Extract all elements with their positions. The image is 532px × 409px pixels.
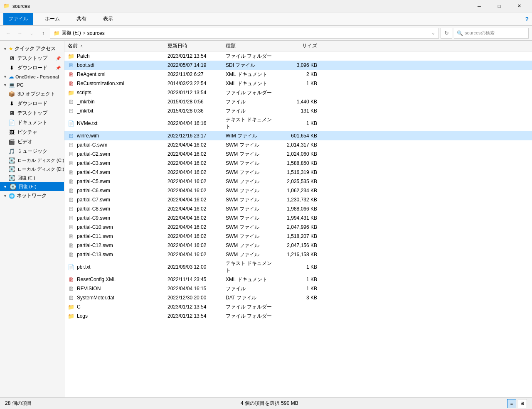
- table-row[interactable]: 🖹 partial-C13.swm 2022/04/04 16:02 SWM フ…: [64, 250, 532, 259]
- sidebar-item-documents[interactable]: 📄 ドキュメント: [0, 118, 64, 127]
- table-row[interactable]: 🖹 ReAgent.xml 2022/11/02 6:27 XML ドキュメント…: [64, 70, 532, 79]
- file-icon: 🖹: [68, 151, 74, 157]
- maximize-button[interactable]: □: [490, 0, 509, 12]
- sidebar-item-videos[interactable]: 🎬 ビデオ: [0, 137, 64, 147]
- file-type: SDI ファイル: [226, 62, 276, 69]
- file-size: 2,035,535 KB: [276, 179, 317, 184]
- file-date: 2022/04/04 16:02: [167, 142, 226, 148]
- table-row[interactable]: 📁 Patch 2023/01/12 13:54 ファイル フォルダー: [64, 51, 532, 61]
- table-row[interactable]: 🖹 partial-C8.swm 2022/04/04 16:02 SWM ファ…: [64, 204, 532, 213]
- file-size: 1 KB: [276, 120, 317, 126]
- tab-share[interactable]: 共有: [71, 13, 91, 25]
- address-box[interactable]: 📁 回復 (E:) > sources ⌄: [50, 28, 439, 39]
- quick-access-chevron: ▼: [3, 47, 7, 51]
- table-row[interactable]: 🖹 partial-C6.swm 2022/04/04 16:02 SWM ファ…: [64, 186, 532, 195]
- sidebar-group-onedrive[interactable]: ▼ ☁ OneDrive - Personal: [0, 73, 64, 81]
- sidebar-item-recovery-e[interactable]: ▼ 💽 回復 (E:): [0, 182, 64, 191]
- table-row[interactable]: 🖹 partial-C11.swm 2022/04/04 16:02 SWM フ…: [64, 232, 532, 241]
- table-row[interactable]: 🖹 partial-C5.swm 2022/04/04 16:02 SWM ファ…: [64, 177, 532, 186]
- file-type: テキスト ドキュメント: [226, 260, 276, 274]
- refresh-button[interactable]: ↻: [441, 28, 452, 39]
- view-large-button[interactable]: ⊞: [518, 399, 527, 408]
- table-row[interactable]: 📁 scripts 2023/01/12 13:54 ファイル フォルダー: [64, 88, 532, 97]
- ribbon: ファイル ホーム 共有 表示 ?: [0, 12, 532, 26]
- col-header-date[interactable]: 更新日時: [167, 42, 226, 49]
- sidebar-item-dl[interactable]: ⬇ ダウンロード: [0, 99, 64, 108]
- table-row[interactable]: 🖹 winre.wim 2022/12/16 23:17 WIM ファイル 60…: [64, 131, 532, 140]
- tab-file[interactable]: ファイル: [3, 13, 33, 25]
- table-row[interactable]: 🖹 partial-C10.swm 2022/04/04 16:02 SWM フ…: [64, 223, 532, 232]
- search-box[interactable]: 🔍 sourcesの検索: [454, 28, 529, 39]
- col-header-size[interactable]: サイズ: [276, 42, 317, 49]
- file-date: 2023/01/12 13:54: [167, 313, 226, 319]
- file-name: partial-C.swm: [77, 142, 167, 148]
- pictures-icon: 🖼: [8, 129, 15, 135]
- table-row[interactable]: 🖹 _mkrbit 2015/01/28 0:36 ファイル 131 KB: [64, 106, 532, 115]
- sidebar-item-pictures[interactable]: 🖼 ピクチャ: [0, 127, 64, 137]
- sidebar-group-pc[interactable]: ▼ 💻 PC: [0, 81, 64, 89]
- file-date: 2022/04/04 16:02: [167, 233, 226, 239]
- sidebar-item-downloads[interactable]: ⬇ ダウンロード 📌: [0, 63, 64, 73]
- file-icon: 🖹: [68, 132, 74, 139]
- table-row[interactable]: 🖹 partial-C.swm 2022/04/04 16:02 SWM ファイ…: [64, 140, 532, 149]
- sidebar-group-quick-access[interactable]: ▼ ★ クイック アクセス: [0, 44, 64, 54]
- table-row[interactable]: 🖹 SystemMeter.dat 2022/12/30 20:00 DAT フ…: [64, 293, 532, 302]
- address-dropdown[interactable]: ⌄: [431, 30, 435, 36]
- file-icon: 🖹: [68, 98, 74, 105]
- sidebar-item-local-c[interactable]: 💽 ローカル ディスク (C:): [0, 156, 64, 165]
- close-button[interactable]: ✕: [510, 0, 529, 12]
- recent-button[interactable]: ⌄: [27, 28, 37, 38]
- table-row[interactable]: 🖹 ResetConfig.XML 2022/11/14 23:45 XML ド…: [64, 275, 532, 284]
- file-size: 1,516,319 KB: [276, 169, 317, 175]
- table-row[interactable]: 🖹 boot.sdi 2022/05/07 14:19 SDI ファイル 3,0…: [64, 61, 532, 70]
- file-icon: 📁: [68, 304, 74, 310]
- table-row[interactable]: 📁 C 2023/01/12 13:54 ファイル フォルダー: [64, 302, 532, 311]
- col-header-type[interactable]: 種類: [226, 42, 276, 49]
- sidebar-item-3dobjects[interactable]: 📦 3D オブジェクト: [0, 89, 64, 99]
- table-row[interactable]: 🖹 ReCustomization.xml 2014/03/23 22:54 X…: [64, 79, 532, 88]
- tab-view[interactable]: 表示: [98, 13, 118, 25]
- breadcrumb-recovery: 回復 (E:): [62, 29, 81, 37]
- view-details-button[interactable]: ≡: [507, 399, 516, 408]
- file-icon: 🖹: [68, 169, 74, 176]
- sidebar-item-desktop2[interactable]: 🖥 デスクトップ: [0, 108, 64, 118]
- up-button[interactable]: ↑: [38, 28, 48, 38]
- table-row[interactable]: 📄 pbr.txt 2021/09/03 12:00 テキスト ドキュメント 1…: [64, 259, 532, 275]
- help-icon[interactable]: ?: [525, 16, 529, 22]
- table-row[interactable]: 🖹 partial-C4.swm 2022/04/04 16:02 SWM ファ…: [64, 168, 532, 177]
- file-date: 2022/12/16 23:17: [167, 133, 226, 139]
- sidebar-item-recovery-e-nav[interactable]: 💽 回復 (E:): [0, 174, 64, 182]
- table-row[interactable]: 🖹 partial-C9.swm 2022/04/04 16:02 SWM ファ…: [64, 213, 532, 223]
- sidebar-item-music[interactable]: 🎵 ミュージック: [0, 147, 64, 156]
- file-size: 1 KB: [276, 264, 317, 270]
- quick-access-label: クイック アクセス: [15, 45, 56, 52]
- table-row[interactable]: 🖹 REVISION 2022/04/04 16:15 ファイル 1 KB: [64, 284, 532, 293]
- table-row[interactable]: 📁 Logs 2023/01/12 13:54 ファイル フォルダー: [64, 311, 532, 321]
- file-size: 2,047,156 KB: [276, 242, 317, 248]
- minimize-button[interactable]: ─: [470, 0, 489, 12]
- title-bar-left: 📁 sources: [3, 3, 30, 10]
- sidebar-item-desktop[interactable]: 🖥 デスクトップ 📌: [0, 54, 64, 63]
- table-row[interactable]: 🖹 _mkrbin 2015/01/28 0:56 ファイル 1,440 KB: [64, 97, 532, 106]
- tab-home[interactable]: ホーム: [40, 13, 65, 25]
- sidebar-item-local-d[interactable]: 💽 ローカル ディスク (D:): [0, 165, 64, 174]
- sidebar-group-network[interactable]: ▼ 🌐 ネットワーク: [0, 191, 64, 201]
- file-type: ファイル フォルダー: [226, 89, 276, 96]
- file-icon: 🖹: [68, 224, 74, 230]
- col-header-name[interactable]: 名前 ∧: [68, 42, 167, 49]
- file-type: SWM ファイル: [226, 224, 276, 231]
- back-button[interactable]: ←: [3, 28, 13, 38]
- table-row[interactable]: 🖹 partial-C12.swm 2022/04/04 16:02 SWM フ…: [64, 241, 532, 250]
- forward-button[interactable]: →: [15, 28, 25, 38]
- file-type: SWM ファイル: [226, 233, 276, 240]
- table-row[interactable]: 📄 NVMe.txt 2022/04/04 16:16 テキスト ドキュメント …: [64, 115, 532, 131]
- desktop2-icon: 🖥: [8, 110, 15, 116]
- table-row[interactable]: 🖹 partial-C7.swm 2022/04/04 16:02 SWM ファ…: [64, 195, 532, 204]
- file-name: partial-C11.swm: [77, 233, 167, 239]
- file-size: 131 KB: [276, 108, 317, 114]
- table-row[interactable]: 🖹 partial-C2.swm 2022/04/04 16:02 SWM ファ…: [64, 149, 532, 159]
- table-row[interactable]: 🖹 partial-C3.swm 2022/04/04 16:02 SWM ファ…: [64, 159, 532, 168]
- videos-icon: 🎬: [8, 139, 15, 145]
- desktop-label: デスクトップ: [17, 55, 47, 62]
- file-date: 2014/03/23 22:54: [167, 81, 226, 86]
